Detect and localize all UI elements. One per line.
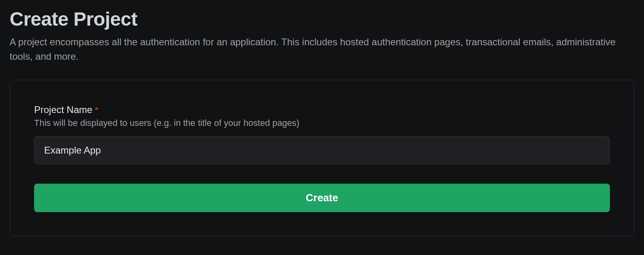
project-name-help: This will be displayed to users (e.g. in… (34, 118, 610, 128)
create-project-form: Project Name * This will be displayed to… (10, 80, 634, 237)
required-asterisk-icon: * (95, 105, 98, 115)
create-button[interactable]: Create (34, 184, 610, 212)
project-name-label-row: Project Name * (34, 104, 610, 115)
project-name-input[interactable] (34, 136, 610, 164)
project-name-label: Project Name (34, 104, 92, 115)
page-title: Create Project (10, 8, 634, 30)
page-subtitle: A project encompasses all the authentica… (10, 35, 634, 64)
